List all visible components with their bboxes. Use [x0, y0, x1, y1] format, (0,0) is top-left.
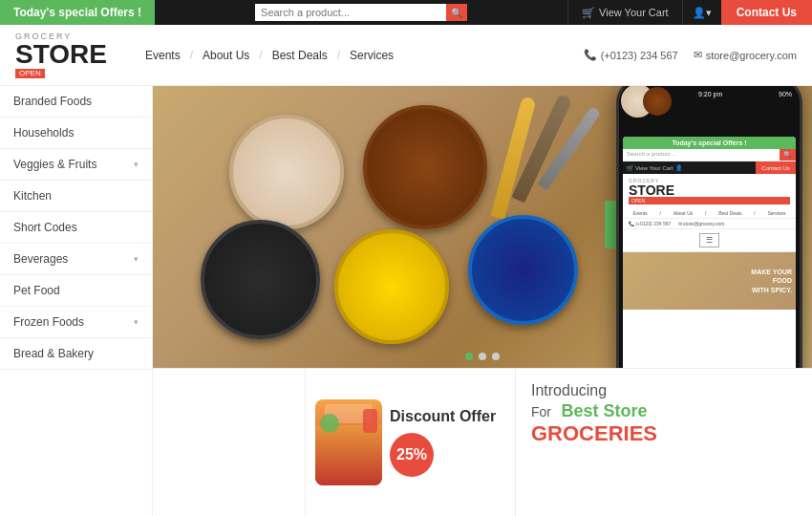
promo-text: Discount Offer 25% — [390, 408, 505, 477]
promo-title: Discount Offer — [390, 408, 505, 425]
phone-btn-row: 🛒 View Your Cart 👤 Contact Us — [623, 161, 796, 174]
sidebar-item-veggies[interactable]: Veggies & Fruits ▾ — [0, 149, 152, 181]
slider-dot-1[interactable] — [465, 353, 473, 360]
header-contact-info: 📞 (+0123) 234 567 ✉ store@grocery.com — [584, 49, 797, 61]
phone-search-button[interactable]: 🔍 — [780, 149, 796, 161]
top-bar: Today's special Offers ! 🔍 🛒 View Your C… — [0, 0, 812, 25]
sidebar-item-branded-foods[interactable]: Branded Foods — [0, 86, 152, 118]
header-email: ✉ store@grocery.com — [694, 49, 797, 61]
phone-hamburger-menu[interactable]: ☰ — [623, 229, 796, 252]
hero-slider: IDEA 9:20 pm 90% Today's special Offers … — [153, 86, 812, 368]
slider-dot-3[interactable] — [492, 353, 500, 360]
sidebar-spacer — [153, 369, 306, 516]
phone-screen: Today's special Offers ! Search a produc… — [623, 137, 796, 368]
email-icon: ✉ — [694, 49, 702, 61]
nav-services[interactable]: Services — [340, 49, 403, 62]
nav-best-deals[interactable]: Best Deals — [263, 49, 337, 62]
phone-search-placeholder: Search a product ... — [623, 149, 780, 161]
phone-contact-button[interactable]: Contact Us — [756, 161, 796, 174]
phone-mockup: IDEA 9:20 pm 90% Today's special Offers … — [616, 86, 802, 368]
phone-nav: Events / About Us / Best Deals / Service… — [623, 208, 796, 219]
phone-time: 9:20 pm — [698, 91, 722, 97]
phone-offers-bar: Today's special Offers ! — [623, 137, 796, 149]
search-button[interactable]: 🔍 — [446, 4, 467, 21]
main-nav: Events / About Us / Best Deals / Service… — [136, 49, 584, 62]
chevron-down-icon: ▾ — [134, 317, 139, 327]
search-input[interactable] — [255, 4, 446, 21]
intro-groceries-text: GROCERIES — [531, 421, 797, 446]
phone-search-row: Search a product ... 🔍 — [623, 149, 796, 161]
cart-button[interactable]: 🛒 View Your Cart — [567, 0, 683, 25]
logo-open-badge: OPEN — [15, 69, 45, 78]
content-area: IDEA 9:20 pm 90% Today's special Offers … — [153, 86, 812, 516]
phone-logo: GROCERY STORE OPEN — [623, 174, 796, 208]
contact-button[interactable]: Contact Us — [721, 0, 812, 25]
top-search-container: 🔍 — [155, 4, 567, 21]
bowl-3 — [201, 220, 320, 339]
phone-hero-image: MAKE YOUR FOOD WITH SPICY. — [623, 252, 796, 310]
discount-badge: 25% — [390, 433, 434, 477]
bowl-5 — [468, 215, 578, 325]
logo-store-text: STORE — [15, 41, 107, 68]
bowl-1 — [229, 115, 344, 229]
nav-events[interactable]: Events — [136, 49, 190, 62]
promo-bag-image — [315, 399, 382, 485]
sidebar-item-kitchen[interactable]: Kitchen — [0, 181, 152, 212]
slider-dot-2[interactable] — [479, 353, 486, 360]
intro-for-row: For Best Store — [531, 401, 797, 421]
nav-about[interactable]: About Us — [193, 49, 259, 62]
phone-icon: 📞 — [584, 49, 597, 61]
phone-cart-button[interactable]: 🛒 View Your Cart 👤 — [623, 161, 756, 174]
sidebar-item-bread-bakery[interactable]: Bread & Bakery — [0, 338, 152, 370]
cart-icon: 🛒 — [582, 7, 595, 19]
sidebar-item-beverages[interactable]: Beverages ▾ — [0, 244, 152, 275]
user-icon: 👤▾ — [693, 7, 712, 19]
sidebar-item-short-codes[interactable]: Short Codes — [0, 212, 152, 244]
bottom-section: Discount Offer 25% Introducing For Best … — [153, 368, 812, 516]
chevron-down-icon: ▾ — [134, 254, 139, 264]
chevron-down-icon: ▾ — [134, 160, 139, 169]
promo-card: Discount Offer 25% — [306, 369, 516, 516]
sidebar-item-households[interactable]: Households — [0, 118, 152, 149]
phone-contact-info: 📞 (+0123) 234 567 ✉ store@grocery.com — [623, 219, 796, 229]
header-phone: 📞 (+0123) 234 567 — [584, 49, 678, 61]
user-button[interactable]: 👤▾ — [683, 0, 721, 25]
sidebar-item-pet-food[interactable]: Pet Food — [0, 275, 152, 307]
main-layout: Branded Foods Households Veggies & Fruit… — [0, 86, 812, 516]
slider-dots — [465, 353, 500, 360]
intro-best-store: Best Store — [561, 401, 647, 420]
sidebar-item-frozen-foods[interactable]: Frozen Foods ▾ — [0, 307, 152, 338]
bowl-2 — [363, 105, 487, 229]
sidebar: Branded Foods Households Veggies & Fruit… — [0, 86, 153, 516]
header: GROCERY STORE OPEN Events / About Us / B… — [0, 25, 812, 86]
bowl-4 — [334, 229, 449, 344]
phone-battery: 90% — [779, 91, 792, 97]
intro-introducing-text: Introducing — [531, 382, 797, 399]
offers-banner: Today's special Offers ! — [0, 0, 155, 25]
phone-hero-text: MAKE YOUR FOOD WITH SPICY. — [751, 268, 792, 293]
logo: GROCERY STORE OPEN — [15, 32, 107, 78]
intro-card: Introducing For Best Store GROCERIES — [516, 369, 812, 516]
